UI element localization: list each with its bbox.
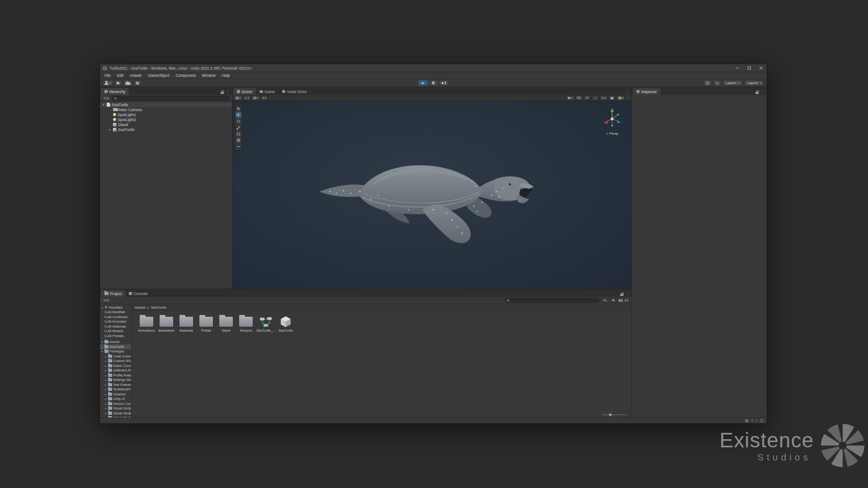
favorites-root[interactable]: ▾ ★ Favorites bbox=[100, 305, 131, 310]
favorite-all-prefabs[interactable]: All Prefabs bbox=[100, 333, 131, 338]
2d-toggle[interactable]: 2D bbox=[576, 95, 583, 100]
layers-dropdown[interactable]: Layers ▾ bbox=[723, 80, 743, 86]
layout-dropdown[interactable]: Layout ▾ bbox=[744, 80, 764, 86]
collapse-arrow-icon[interactable]: ▾ bbox=[101, 340, 104, 343]
scale-tool-button[interactable] bbox=[236, 125, 241, 131]
tab-game[interactable]: Game bbox=[256, 88, 278, 95]
axis-gizmo-icon[interactable] bbox=[599, 106, 625, 132]
account-button[interactable]: ▾ bbox=[103, 80, 113, 86]
lock-icon[interactable] bbox=[221, 92, 224, 94]
breadcrumb-seaturtle[interactable]: SeaTurtle bbox=[151, 305, 166, 310]
play-button[interactable] bbox=[418, 80, 428, 86]
package-item[interactable]: ▸Timeline bbox=[100, 392, 131, 397]
scene-options-icon[interactable]: ⋮ bbox=[226, 103, 230, 107]
status-lines-icon[interactable]: ≡ bbox=[751, 419, 754, 422]
draw-mode-dropdown[interactable]: ▧ ▾ bbox=[234, 95, 242, 100]
cloud-button[interactable] bbox=[123, 80, 132, 86]
package-item[interactable]: ▸Version Control bbox=[100, 401, 131, 406]
expand-arrow-icon[interactable]: ▸ bbox=[104, 397, 107, 400]
menu-file[interactable]: File bbox=[101, 73, 114, 78]
tab-scene[interactable]: Scene bbox=[233, 88, 256, 95]
visibility-toggle[interactable]: ◉ ▾ bbox=[566, 95, 574, 100]
kebab-menu-icon[interactable]: ⋮ bbox=[626, 96, 630, 100]
expand-arrow-icon[interactable]: ▸ bbox=[104, 369, 107, 372]
package-item[interactable]: ▸Unity UI bbox=[100, 397, 131, 402]
grid-snap-button[interactable]: ▦ bbox=[134, 80, 142, 86]
breadcrumb-assets[interactable]: Assets bbox=[135, 305, 146, 310]
asset-folder-animations[interactable]: Animations bbox=[137, 314, 156, 333]
menu-assets[interactable]: Assets bbox=[127, 73, 145, 78]
asset-folder-textures[interactable]: Textures bbox=[236, 314, 256, 333]
lock-icon[interactable] bbox=[755, 92, 759, 94]
asset-folder-basemesh[interactable]: BaseMesh bbox=[156, 314, 176, 333]
expand-arrow-icon[interactable]: ▸ bbox=[108, 128, 112, 131]
shading-dropdown[interactable]: ◐ ▾ bbox=[244, 95, 250, 100]
rect-tool-button[interactable] bbox=[236, 131, 241, 137]
move-tool-button[interactable] bbox=[236, 112, 241, 118]
sea-turtle-model[interactable] bbox=[316, 152, 542, 244]
collapse-arrow-icon[interactable]: ▾ bbox=[101, 306, 104, 309]
minimize-button[interactable] bbox=[731, 64, 743, 72]
slider-knob[interactable] bbox=[609, 413, 612, 416]
expand-arrow-icon[interactable]: ▸ bbox=[104, 378, 107, 381]
package-item[interactable]: ▸Editor Coroutines bbox=[100, 363, 131, 368]
expand-arrow-icon[interactable]: ▸ bbox=[104, 383, 107, 386]
hierarchy-item-spotlight2[interactable]: SpotLight2 bbox=[100, 117, 232, 122]
hidden-count-button[interactable]: 14 bbox=[618, 298, 629, 302]
assets-seaturtle-folder[interactable]: SeaTurtle bbox=[100, 344, 131, 349]
package-item[interactable]: ▸Custom NUnit bbox=[100, 359, 131, 364]
asset-folder-stand[interactable]: Stand bbox=[216, 314, 236, 333]
save-search-button[interactable]: ★ bbox=[610, 298, 617, 303]
lock-icon[interactable] bbox=[620, 294, 623, 296]
menu-component[interactable]: Component bbox=[173, 73, 199, 78]
package-item[interactable]: ▸Code Coverage bbox=[100, 354, 131, 359]
maximize-button[interactable] bbox=[743, 64, 755, 72]
package-item[interactable]: ▸Test Framework bbox=[100, 382, 131, 387]
asset-model-seaturtle[interactable]: SeaTurtle bbox=[276, 314, 296, 333]
scene-gizmo[interactable]: < Persp bbox=[599, 106, 625, 136]
icon-size-slider[interactable] bbox=[602, 414, 627, 415]
asset-folder-materials[interactable]: Materials bbox=[176, 314, 196, 333]
package-item[interactable]: ▸Visual Studio Code Editor bbox=[100, 411, 131, 416]
activity-indicator-icon[interactable] bbox=[760, 419, 764, 422]
expand-arrow-icon[interactable]: ▸ bbox=[104, 416, 107, 418]
effects-dropdown[interactable]: ◇ ▾ bbox=[600, 95, 607, 100]
expand-arrow-icon[interactable]: ▸ bbox=[104, 359, 107, 362]
favorite-all-excluded[interactable]: All Excluded bbox=[100, 319, 131, 324]
pause-button[interactable] bbox=[429, 80, 439, 86]
asset-folder-prefab[interactable]: Prefab bbox=[196, 314, 216, 333]
package-item[interactable]: ▸Settings Manager bbox=[100, 378, 131, 383]
package-item[interactable]: ▸Visual Studio Editor bbox=[100, 416, 131, 418]
package-item[interactable]: ▸Visual Scripting bbox=[100, 406, 131, 411]
transform-tool-button[interactable] bbox=[236, 137, 241, 143]
hierarchy-item-spotlight1[interactable]: SpotLight1 bbox=[100, 112, 232, 117]
layers-view-dropdown[interactable]: ▤ ▾ bbox=[252, 95, 260, 100]
tab-project[interactable]: Project bbox=[101, 290, 125, 297]
snap-dropdown[interactable]: ≡ ▾ bbox=[261, 95, 268, 100]
hierarchy-search-input[interactable] bbox=[118, 96, 227, 100]
kebab-menu-icon[interactable]: ⋮ bbox=[761, 90, 764, 94]
favorite-all-materials[interactable]: All Materials bbox=[100, 324, 131, 329]
scene-viewport[interactable]: < Persp bbox=[232, 101, 632, 289]
packages-root[interactable]: ▾ Packages bbox=[100, 349, 131, 354]
lighting-toggle[interactable]: ☀ bbox=[584, 95, 590, 100]
expand-arrow-icon[interactable]: ▸ bbox=[104, 393, 107, 396]
hierarchy-item-stand[interactable]: Stand bbox=[100, 122, 232, 127]
asset-animator-seaturtle[interactable]: SeaTurtle_... bbox=[256, 314, 276, 333]
menu-gameobject[interactable]: GameObject bbox=[145, 73, 173, 78]
expand-arrow-icon[interactable]: ▸ bbox=[104, 374, 107, 377]
expand-arrow-icon[interactable]: ▸ bbox=[104, 407, 107, 410]
kebab-menu-icon[interactable]: ⋮ bbox=[626, 90, 629, 94]
expand-arrow-icon[interactable]: ▸ bbox=[104, 388, 107, 391]
hierarchy-item-main-camera[interactable]: Main Camera bbox=[100, 107, 232, 112]
undo-history-button[interactable] bbox=[704, 80, 712, 86]
tab-asset-store[interactable]: Asset Store bbox=[278, 88, 310, 95]
hierarchy-create-button[interactable]: + ▾ bbox=[102, 96, 110, 101]
close-button[interactable] bbox=[755, 64, 767, 72]
collapse-arrow-icon[interactable]: ▾ bbox=[101, 350, 104, 353]
expand-arrow-icon[interactable]: ▸ bbox=[104, 412, 107, 415]
view-tool-button[interactable] bbox=[236, 106, 241, 112]
menu-window[interactable]: Window bbox=[199, 73, 219, 78]
version-control-button[interactable]: ▣ bbox=[114, 80, 122, 86]
menu-edit[interactable]: Edit bbox=[114, 73, 127, 78]
